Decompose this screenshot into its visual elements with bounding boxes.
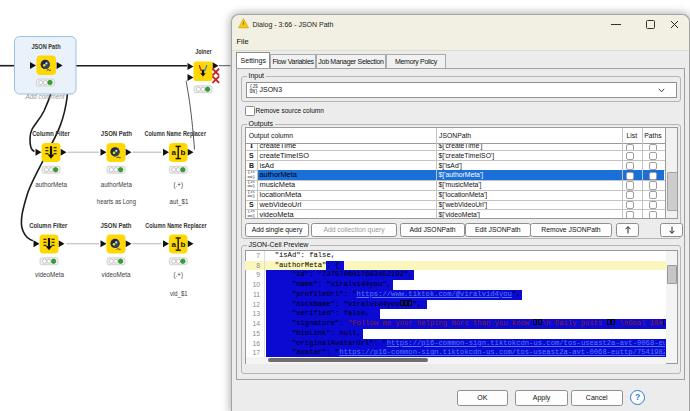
svg-text:vid_$1: vid_$1 [170,290,188,298]
svg-text:(.+): (.+) [174,271,183,279]
svg-text:authorMeta: authorMeta [35,181,67,188]
svg-text:aut_$1: aut_$1 [170,198,189,206]
svg-text:videoMeta: videoMeta [102,271,131,278]
svg-text:hearts as Long: hearts as Long [97,198,136,206]
svg-text:Joiner: Joiner [195,48,212,55]
svg-text:JSON Path: JSON Path [31,43,60,50]
svg-text:Column Name Replacer: Column Name Replacer [145,130,207,138]
svg-text:JSON Path: JSON Path [101,222,132,229]
svg-text:videoMeta: videoMeta [35,271,64,278]
svg-text:Column Filter: Column Filter [32,130,70,137]
svg-text:Add comment: Add comment [25,93,66,100]
svg-text:(.+): (.+) [174,181,183,189]
svg-text:Column Filter: Column Filter [29,222,68,229]
svg-text:JSON Path: JSON Path [101,130,132,137]
svg-text:authorMeta: authorMeta [101,181,132,188]
svg-text:Column Name Replacer: Column Name Replacer [145,222,207,230]
